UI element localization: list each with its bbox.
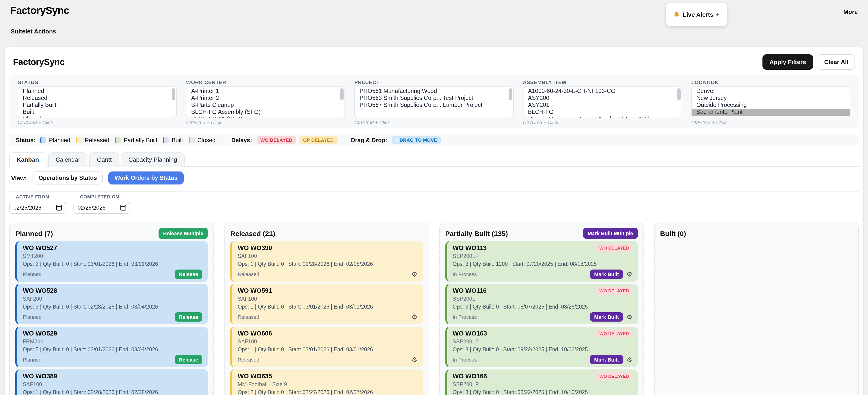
listbox-option[interactable]: A-Printer 1 (186, 88, 344, 95)
assembly-item-name: MM-Football - Size 9 (238, 381, 417, 388)
mark-built-button[interactable]: Mark Built (590, 312, 623, 321)
listbox-option[interactable]: PRO561 Manufacturing Wood (355, 88, 513, 95)
card-footer: In ProcessMark Built⚙ (453, 355, 632, 364)
listbox-option[interactable]: BLCH-FG (523, 109, 681, 116)
mark-built-button[interactable]: Mark Built (590, 355, 623, 364)
listbox-option[interactable]: Outside Processing (692, 102, 850, 109)
work-order-card[interactable]: WO WO606SAF100Ops: 1 | Qty Built: 0 | St… (230, 327, 423, 367)
listbox-option[interactable]: ASY200 (523, 95, 681, 102)
listbox-option[interactable]: Planned (18, 88, 176, 95)
listbox-option[interactable]: ASY201 (523, 102, 681, 109)
column-title: Built (0) (660, 229, 686, 237)
apply-filters-button[interactable]: Apply Filters (763, 54, 813, 70)
work-order-card[interactable]: WO WO163WO DELAYEDSSP200LPOps: 3 | Qty B… (445, 327, 638, 367)
listbox-option[interactable]: New Jersey (692, 95, 850, 102)
column-cards: WO WO390SAF100Ops: 1 | Qty Built: 0 | St… (230, 241, 423, 395)
view-toggle-work-orders-by-status[interactable]: Work Orders by Status (108, 171, 183, 185)
gear-icon[interactable]: ⚙ (411, 271, 417, 277)
listbox-option[interactable]: PRO563 Smith Supplies Corp. : Test Proje… (355, 95, 513, 102)
work-order-card[interactable]: WO WO166WO DELAYEDSSP200LPOps: 3 | Qty B… (445, 369, 638, 395)
release-button[interactable]: Release (175, 269, 202, 278)
listbox-option[interactable]: Built (18, 109, 176, 116)
work-order-card[interactable]: WO WO528SAF200Ops: 3 | Qty Built: 0 | St… (16, 284, 208, 324)
work-order-card[interactable]: WO WO529FRM200Ops: 5 | Qty Built: 0 | St… (16, 327, 208, 367)
active-from-date-input[interactable]: 02/25/2026 (9, 202, 66, 214)
listbox-option[interactable]: Classic Mahogany Queen Standard (Spec #1… (523, 116, 681, 118)
scrollbar-thumb[interactable] (677, 88, 681, 100)
listbox-option[interactable]: Closed (18, 116, 176, 118)
mark-built-button[interactable]: Mark Built (590, 269, 623, 278)
wo-delayed-badge: WO DELAYED (596, 244, 632, 252)
status-text: Planned (23, 357, 41, 362)
card-header: WO WO166WO DELAYED (453, 372, 632, 381)
scrollbar-thumb[interactable] (172, 88, 175, 100)
filter-listbox-project[interactable]: PRO561 Manufacturing WoodPRO563 Smith Su… (354, 87, 514, 118)
work-order-card[interactable]: WO WO113WO DELAYEDSSP200LPOps: 3 | Qty B… (445, 241, 638, 282)
column-title: Released (21) (230, 229, 275, 237)
gear-icon[interactable]: ⚙ (411, 356, 417, 363)
work-order-id: WO WO166 (453, 372, 487, 381)
tab-calendar[interactable]: Calendar (48, 153, 88, 167)
listbox-option[interactable]: BLCH-FG-01 (SFO) (186, 116, 344, 118)
live-alerts-button[interactable]: Live Alerts + (666, 3, 727, 26)
filter-listbox-location[interactable]: DenverNew JerseyOutside ProcessingSacram… (691, 87, 850, 118)
release-button[interactable]: Release (175, 312, 202, 321)
gear-icon[interactable]: ⚙ (626, 356, 632, 363)
filter-listbox-work-center[interactable]: A-Printer 1A-Printer 2B-Parts CleanupBLC… (186, 87, 345, 118)
card-footer: PlannedRelease (23, 312, 203, 322)
filter-listbox-assembly-item[interactable]: A1000-60-24-30-L-CH-NF103-CGASY200ASY201… (523, 87, 682, 118)
listbox-option[interactable]: B-Parts Cleanup (186, 102, 344, 109)
clear-all-button[interactable]: Clear All (817, 54, 855, 70)
tab-capacity-planning[interactable]: Capacity Planning (121, 153, 185, 167)
more-link[interactable]: More (843, 8, 858, 15)
suitelet-actions-label[interactable]: Suitelet Actions (11, 28, 868, 35)
column-cards: WO WO527SMT200Ops: 2 | Qty Built: 0 | St… (16, 241, 208, 395)
work-order-meta: Ops: 3 | Qty Built: 1200 | Start: 07/20/… (453, 261, 632, 268)
scrollbar-thumb[interactable] (341, 88, 344, 100)
listbox-option[interactable]: BLCH-FG Assembly (SFO) (186, 109, 344, 116)
gear-icon[interactable]: ⚙ (626, 314, 632, 320)
listbox-option[interactable]: Partially Built (18, 102, 176, 109)
assembly-item-name: SSP200LP (453, 296, 632, 302)
view-toggle-buttons: Operations by StatusWork Orders by Statu… (32, 171, 183, 185)
card-header: WO WO390 (238, 243, 417, 252)
status-text: Released (238, 357, 259, 362)
filter-group-location: LOCATIONDenverNew JerseyOutside Processi… (691, 79, 850, 125)
work-order-meta: Ops: 3 | Qty Built: 0 | Start: 02/28/202… (23, 303, 203, 310)
calendar-icon[interactable] (120, 205, 126, 210)
release-button[interactable]: Release (175, 355, 202, 364)
date-filters: ACTIVE FROM: 02/25/2026 COMPLETED ON: 02… (9, 194, 859, 214)
gear-icon[interactable]: ⚙ (411, 314, 417, 320)
listbox-option[interactable]: A1000-60-24-30-L-CH-NF103-CG (523, 88, 681, 95)
completed-on-date-input[interactable]: 02/25/2026 (73, 202, 130, 214)
release-multiple-button[interactable]: Release Multiple (158, 228, 208, 239)
listbox-option[interactable]: A-Printer 2 (186, 95, 344, 102)
work-order-card[interactable]: WO WO390SAF100Ops: 1 | Qty Built: 0 | St… (230, 241, 423, 282)
view-toggle-operations-by-status[interactable]: Operations by Status (32, 171, 103, 185)
work-order-card[interactable]: WO WO635MM-Football - Size 9Ops: 2 | Qty… (230, 369, 423, 395)
completed-on-value: 02/25/2026 (78, 204, 105, 211)
gear-icon[interactable]: ⚙ (626, 271, 632, 277)
work-order-card[interactable]: WO WO527SMT200Ops: 2 | Qty Built: 0 | St… (16, 241, 208, 282)
work-order-card[interactable]: WO WO591SAF100Ops: 1 | Qty Built: 0 | St… (230, 284, 423, 324)
column-title: Partially Built (135) (445, 229, 508, 237)
kanban-board: Planned (7)Release MultipleWO WO527SMT20… (9, 223, 859, 395)
plus-icon[interactable]: + (716, 11, 719, 18)
work-order-meta: Ops: 1 | Qty Built: 0 | Start: 02/28/202… (23, 389, 203, 395)
listbox-option[interactable]: PRO567 Smith Supplies Corp. : Lumber Pro… (355, 102, 513, 109)
scrollbar-thumb[interactable] (509, 88, 512, 100)
listbox-option[interactable]: Sacramento Plant (692, 109, 850, 116)
filter-listbox-status[interactable]: PlannedReleasedPartially BuiltBuiltClose… (18, 87, 177, 118)
work-order-card[interactable]: WO WO116WO DELAYEDSSP200LPOps: 3 | Qty B… (445, 284, 638, 324)
calendar-icon[interactable] (56, 205, 62, 210)
mark-built-multiple-button[interactable]: Mark Built Multiple (583, 228, 638, 239)
tab-gantt[interactable]: Gantt (90, 153, 119, 167)
listbox-option[interactable]: Released (18, 95, 176, 102)
tab-kanban[interactable]: Kanban (9, 153, 46, 167)
card-footer: PlannedRelease (23, 269, 203, 279)
listbox-option[interactable]: Denver (692, 88, 850, 95)
work-order-card[interactable]: WO WO389SAF100Ops: 1 | Qty Built: 0 | St… (16, 369, 208, 395)
wo-delayed-badge: WO DELAYED (596, 287, 632, 295)
wo-delayed-badge: WO DELAYED (596, 372, 632, 380)
status-text: Planned (23, 314, 41, 320)
